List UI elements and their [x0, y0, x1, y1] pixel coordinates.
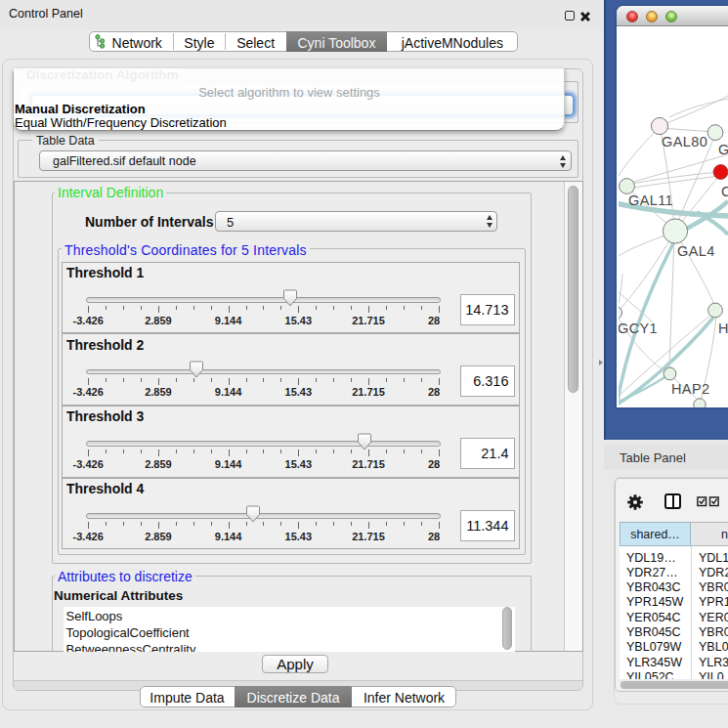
- svg-text:GAL4: GAL4: [677, 243, 715, 259]
- svg-text:GA: GA: [718, 142, 728, 157]
- svg-text:HAP2: HAP2: [671, 381, 709, 397]
- svg-text:GCY1: GCY1: [619, 321, 658, 336]
- svg-text:H: H: [718, 321, 728, 336]
- svg-text:C: C: [721, 184, 728, 199]
- svg-text:GAL11: GAL11: [628, 193, 673, 208]
- svg-text:GAL80: GAL80: [662, 134, 707, 150]
